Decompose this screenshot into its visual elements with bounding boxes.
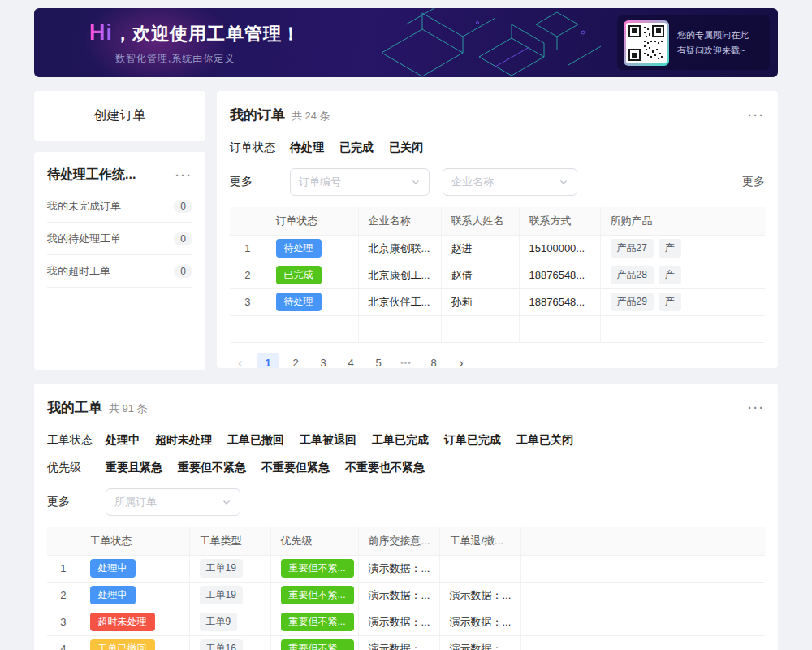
table-row[interactable]: 1 处理中 工单19 重要但不紧... 演示数据：... xyxy=(47,555,765,582)
type-tag: 工单19 xyxy=(200,559,243,578)
page-button-3[interactable]: 3 xyxy=(313,353,334,369)
priority-badge: 重要但不紧... xyxy=(281,639,354,650)
qr-caption-line2: 有疑问欢迎来戳~ xyxy=(677,43,749,58)
page-button-2[interactable]: 2 xyxy=(285,353,306,369)
filter-option-completed[interactable]: 已完成 xyxy=(339,141,374,155)
filter-option-pending[interactable]: 待处理 xyxy=(290,141,324,155)
status-badge: 待处理 xyxy=(276,239,322,258)
orders-count: 共 24 条 xyxy=(292,109,330,124)
cell-company: 北京康创联... xyxy=(358,235,441,262)
product-tag: 产 xyxy=(659,292,681,311)
pagination-ellipsis-icon[interactable]: ••• xyxy=(395,353,417,369)
table-row[interactable]: 4 工单已撤回 工单16 重要但不紧... 演示数据：... 演示数据：... xyxy=(47,635,765,650)
filter-option-order-completed[interactable]: 订单已完成 xyxy=(444,433,501,448)
col-company: 企业名称 xyxy=(358,207,441,235)
more-filters-link[interactable]: 更多 xyxy=(742,175,765,189)
banner-text-block: Hi，欢迎使用工单管理！ 数智化管理,系统由你定义 xyxy=(89,20,300,66)
cell-index: 2 xyxy=(230,262,266,288)
filter-option-overdue[interactable]: 超时未处理 xyxy=(155,433,212,448)
prev-page-icon[interactable]: ‹ xyxy=(230,353,251,369)
cell-status: 处理中 xyxy=(80,582,189,609)
priority-important-urgent[interactable]: 重要且紧急 xyxy=(106,461,162,475)
status-badge: 待处理 xyxy=(276,292,322,311)
cell-priority: 重要但不紧... xyxy=(270,582,358,609)
workorder-status-filter: 工单状态 处理中 超时未处理 工单已撤回 工单被退回 工单已完成 订单已完成 工… xyxy=(47,433,765,448)
table-row[interactable]: 1 待处理 北京康创联... 赵进 15100000... 产品27产 xyxy=(230,235,765,262)
filter-label: 工单状态 xyxy=(47,433,106,448)
workorders-table: 工单状态 工单类型 优先级 前序交接意... 工单退/撤... 1 处理中 工单… xyxy=(47,527,765,650)
priority-badge: 重要但不紧... xyxy=(281,586,354,604)
type-tag: 工单19 xyxy=(200,586,243,604)
parent-order-select[interactable]: 所属订单 xyxy=(106,488,240,516)
welcome-banner: Hi，欢迎使用工单管理！ 数智化管理,系统由你定义 xyxy=(34,8,778,77)
order-status-filter: 订单状态 待处理 已完成 已关闭 xyxy=(230,141,765,155)
table-row[interactable]: 2 已完成 北京康创工... 赵倩 18876548... 产品28产 xyxy=(230,262,765,288)
create-order-button[interactable]: 创建订单 xyxy=(34,91,205,141)
filter-label: 更多 xyxy=(230,175,290,189)
workorder-more-filter-row: 更多 所属订单 xyxy=(47,488,765,516)
priority-important-not-urgent[interactable]: 重要但不紧急 xyxy=(178,461,246,475)
more-icon[interactable]: ··· xyxy=(748,109,765,121)
filter-label: 订单状态 xyxy=(230,141,290,155)
priority-not-important-not-urgent[interactable]: 不重要也不紧急 xyxy=(345,461,425,475)
cell-empty xyxy=(520,635,765,650)
stat-item-overdue-workorders[interactable]: 我的超时工单 0 xyxy=(47,255,192,288)
status-badge: 超时未处理 xyxy=(90,613,155,631)
product-tag: 产品29 xyxy=(611,292,654,311)
filter-option-wo-closed[interactable]: 工单已关闭 xyxy=(516,433,573,448)
chevron-down-icon xyxy=(411,177,421,187)
filter-label: 更多 xyxy=(47,495,106,509)
col-order-status: 订单状态 xyxy=(266,207,358,235)
table-row[interactable]: 3 超时未处理 工单9 重要但不紧... 演示数据：... 演示数据：... xyxy=(47,609,765,635)
filter-option-closed[interactable]: 已关闭 xyxy=(389,141,423,155)
priority-badge: 重要但不紧... xyxy=(281,559,354,578)
next-page-icon[interactable]: › xyxy=(451,353,472,369)
cell-index: 3 xyxy=(47,609,80,635)
cell-priority: 重要但不紧... xyxy=(270,609,358,635)
stat-item-pending-workorders[interactable]: 我的待处理工单 0 xyxy=(47,223,192,255)
page-button-4[interactable]: 4 xyxy=(340,353,361,369)
col-withdraw: 工单退/撤... xyxy=(439,527,520,555)
more-icon[interactable]: ··· xyxy=(175,169,192,181)
order-no-select[interactable]: 订单编号 xyxy=(290,168,430,196)
cell-empty xyxy=(520,582,765,609)
col-contact-name: 联系人姓名 xyxy=(441,207,519,235)
table-row[interactable]: 3 待处理 北京伙伴工... 孙莉 18876548... 产品29产 xyxy=(230,288,765,315)
left-sidebar: 创建订单 待处理工作统... ··· 我的未完成订单 0 我的待处理工单 0 xyxy=(34,91,205,370)
stat-item-unfinished-orders[interactable]: 我的未完成订单 0 xyxy=(47,190,192,223)
priority-not-important-urgent[interactable]: 不重要但紧急 xyxy=(261,461,330,475)
page-button-8[interactable]: 8 xyxy=(423,353,444,369)
cell-products: 产品28产 xyxy=(600,262,685,288)
qr-code xyxy=(624,20,669,66)
cell-priority: 重要但不紧... xyxy=(270,635,358,650)
cell-index: 2 xyxy=(47,582,80,609)
cell-company: 北京康创工... xyxy=(358,262,441,288)
filter-option-returned[interactable]: 工单被退回 xyxy=(300,433,356,448)
page-button-5[interactable]: 5 xyxy=(368,353,389,369)
product-tag: 产品28 xyxy=(611,266,654,284)
status-badge: 已完成 xyxy=(276,266,322,284)
banner-title: Hi，欢迎使用工单管理！ xyxy=(89,20,300,46)
my-workorders-panel: 我的工单 共 91 条 ··· 工单状态 处理中 超时未处理 工单已撤回 工单被… xyxy=(34,384,778,650)
filter-option-wo-completed[interactable]: 工单已完成 xyxy=(372,433,429,448)
status-badge: 处理中 xyxy=(90,559,136,578)
page-button-1[interactable]: 1 xyxy=(257,353,279,369)
col-handover: 前序交接意... xyxy=(358,527,439,555)
qr-caption: 您的专属顾问在此 有疑问欢迎来戳~ xyxy=(677,28,749,58)
cell-phone: 18876548... xyxy=(519,262,600,288)
product-tag: 产 xyxy=(659,239,681,258)
cell-type: 工单19 xyxy=(189,582,270,609)
more-icon[interactable]: ··· xyxy=(748,401,765,414)
pagination: ‹ 1 2 3 4 5 ••• 8 › xyxy=(230,353,765,369)
company-name-select[interactable]: 企业名称 xyxy=(443,168,577,196)
table-row[interactable]: 2 处理中 工单19 重要但不紧... 演示数据：... 演示数据：... xyxy=(47,582,765,609)
cell-contact: 孙莉 xyxy=(441,288,519,315)
stat-label: 我的未完成订单 xyxy=(47,199,121,214)
banner-hi-text: Hi xyxy=(89,20,113,45)
cell-handover: 演示数据：... xyxy=(358,635,439,650)
my-orders-panel: 我的订单 共 24 条 ··· 订单状态 待处理 已完成 已关闭 更多 订单编号 xyxy=(217,91,778,368)
col-contact-phone: 联系方式 xyxy=(519,207,600,235)
filter-option-recalled[interactable]: 工单已撤回 xyxy=(227,433,284,448)
filter-option-processing[interactable]: 处理中 xyxy=(106,433,140,448)
cell-index: 3 xyxy=(230,288,266,315)
